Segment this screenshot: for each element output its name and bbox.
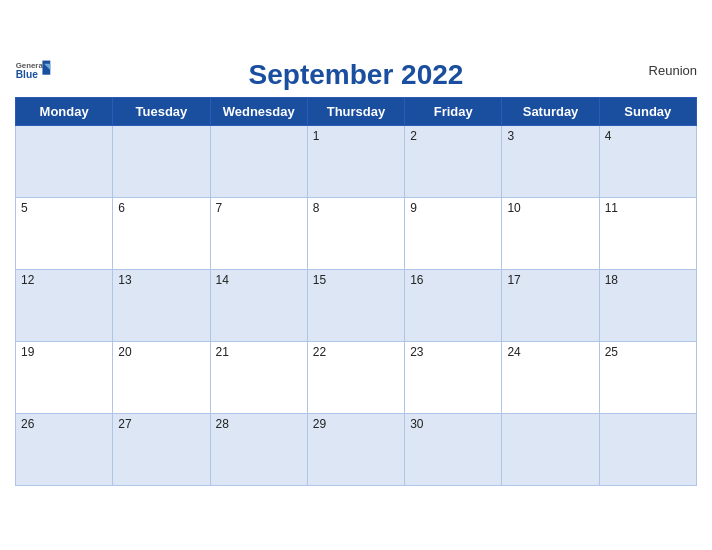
day-number: 20 — [118, 345, 131, 359]
calendar-cell: 10 — [502, 198, 599, 270]
calendar-cell — [16, 126, 113, 198]
day-number: 7 — [216, 201, 223, 215]
region-label: Reunion — [649, 63, 697, 78]
calendar-week-row: 567891011 — [16, 198, 697, 270]
calendar-cell: 25 — [599, 342, 696, 414]
day-number: 22 — [313, 345, 326, 359]
calendar-cell: 19 — [16, 342, 113, 414]
day-number: 12 — [21, 273, 34, 287]
day-number: 10 — [507, 201, 520, 215]
day-number: 3 — [507, 129, 514, 143]
calendar-cell — [502, 414, 599, 486]
calendar-cell — [113, 126, 210, 198]
calendar-cell: 6 — [113, 198, 210, 270]
calendar-cell — [210, 126, 307, 198]
calendar-cell: 18 — [599, 270, 696, 342]
calendar-cell: 26 — [16, 414, 113, 486]
day-number: 5 — [21, 201, 28, 215]
logo: General Blue — [15, 59, 51, 81]
calendar-cell: 23 — [405, 342, 502, 414]
day-number: 25 — [605, 345, 618, 359]
calendar-cell: 12 — [16, 270, 113, 342]
calendar-header: General Blue September 2022 Reunion — [15, 59, 697, 91]
calendar-cell: 4 — [599, 126, 696, 198]
calendar-table: Monday Tuesday Wednesday Thursday Friday… — [15, 97, 697, 486]
svg-text:Blue: Blue — [16, 69, 38, 80]
day-number: 29 — [313, 417, 326, 431]
header-saturday: Saturday — [502, 98, 599, 126]
header-wednesday: Wednesday — [210, 98, 307, 126]
day-number: 24 — [507, 345, 520, 359]
day-number: 2 — [410, 129, 417, 143]
day-number: 14 — [216, 273, 229, 287]
calendar-cell: 11 — [599, 198, 696, 270]
calendar-cell: 15 — [307, 270, 404, 342]
calendar-cell: 14 — [210, 270, 307, 342]
calendar-cell: 27 — [113, 414, 210, 486]
day-number: 15 — [313, 273, 326, 287]
day-number: 30 — [410, 417, 423, 431]
day-number: 17 — [507, 273, 520, 287]
day-number: 9 — [410, 201, 417, 215]
calendar-cell: 5 — [16, 198, 113, 270]
header-monday: Monday — [16, 98, 113, 126]
header-sunday: Sunday — [599, 98, 696, 126]
calendar-cell: 29 — [307, 414, 404, 486]
calendar-cell — [599, 414, 696, 486]
calendar-thead: Monday Tuesday Wednesday Thursday Friday… — [16, 98, 697, 126]
day-number: 26 — [21, 417, 34, 431]
calendar-title: September 2022 — [249, 59, 464, 91]
day-number: 21 — [216, 345, 229, 359]
day-number: 8 — [313, 201, 320, 215]
calendar-cell: 9 — [405, 198, 502, 270]
day-number: 28 — [216, 417, 229, 431]
calendar-cell: 2 — [405, 126, 502, 198]
day-number: 4 — [605, 129, 612, 143]
calendar-cell: 24 — [502, 342, 599, 414]
day-number: 18 — [605, 273, 618, 287]
calendar-cell: 21 — [210, 342, 307, 414]
calendar-cell: 28 — [210, 414, 307, 486]
day-number: 16 — [410, 273, 423, 287]
calendar-week-row: 2627282930 — [16, 414, 697, 486]
calendar-cell: 20 — [113, 342, 210, 414]
calendar-wrapper: General Blue September 2022 Reunion Mond… — [0, 49, 712, 501]
logo-icon: General Blue — [15, 59, 51, 81]
calendar-cell: 17 — [502, 270, 599, 342]
day-number: 11 — [605, 201, 618, 215]
header-friday: Friday — [405, 98, 502, 126]
calendar-week-row: 1234 — [16, 126, 697, 198]
calendar-cell: 8 — [307, 198, 404, 270]
day-number: 13 — [118, 273, 131, 287]
calendar-cell: 22 — [307, 342, 404, 414]
calendar-cell: 30 — [405, 414, 502, 486]
calendar-week-row: 12131415161718 — [16, 270, 697, 342]
day-number: 6 — [118, 201, 125, 215]
calendar-body: 1234567891011121314151617181920212223242… — [16, 126, 697, 486]
calendar-cell: 13 — [113, 270, 210, 342]
calendar-week-row: 19202122232425 — [16, 342, 697, 414]
day-number: 23 — [410, 345, 423, 359]
header-thursday: Thursday — [307, 98, 404, 126]
day-number: 19 — [21, 345, 34, 359]
weekday-header-row: Monday Tuesday Wednesday Thursday Friday… — [16, 98, 697, 126]
day-number: 27 — [118, 417, 131, 431]
calendar-cell: 1 — [307, 126, 404, 198]
header-tuesday: Tuesday — [113, 98, 210, 126]
calendar-cell: 3 — [502, 126, 599, 198]
calendar-cell: 16 — [405, 270, 502, 342]
calendar-cell: 7 — [210, 198, 307, 270]
day-number: 1 — [313, 129, 320, 143]
